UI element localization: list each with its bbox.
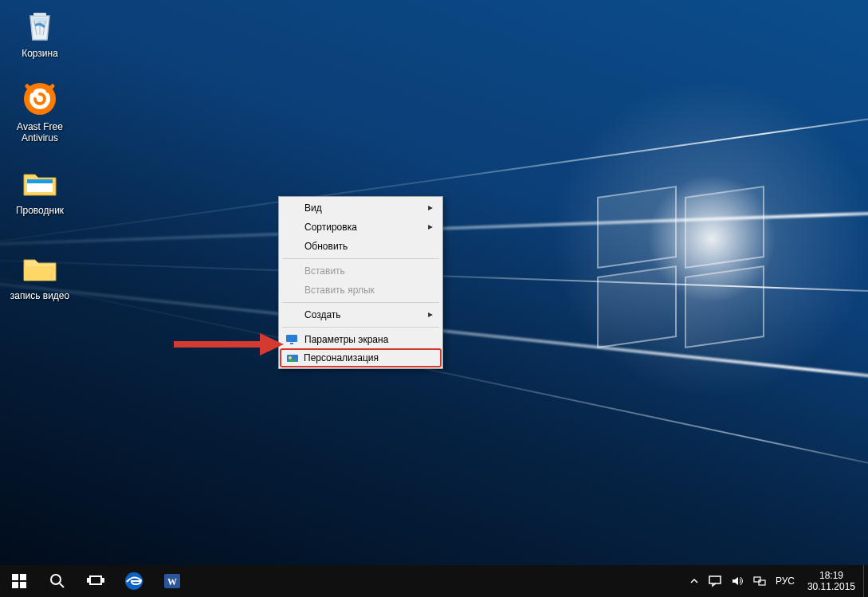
menu-item-sort-label: Сортировка	[304, 222, 357, 233]
record-video-icon[interactable]: запись видео	[4, 249, 76, 301]
taskbar: W РУС 18:19 30.11.2015	[0, 565, 868, 597]
menu-item-personalize-label: Персонализация	[304, 352, 379, 363]
menu-item-paste-shortcut-label: Вставить ярлык	[304, 285, 375, 296]
display-settings-icon	[285, 333, 298, 346]
menu-item-create-label: Создать	[304, 309, 341, 320]
svg-rect-23	[709, 576, 721, 583]
avast-icon[interactable]: Avast Free Antivirus	[4, 80, 76, 143]
search-button[interactable]	[38, 565, 77, 597]
taskbar-app-edge[interactable]	[115, 565, 153, 597]
personalize-icon	[286, 353, 299, 366]
word-icon: W	[163, 571, 182, 591]
submenu-arrow-icon: ▸	[428, 308, 433, 320]
svg-rect-17	[90, 576, 101, 584]
svg-rect-13	[12, 582, 18, 588]
taskbar-app-word[interactable]: W	[153, 565, 191, 597]
menu-item-personalize[interactable]: Персонализация	[280, 348, 442, 367]
recycle-bin-icon[interactable]: Корзина	[4, 6, 76, 59]
svg-line-16	[60, 583, 64, 587]
svg-point-15	[51, 575, 61, 584]
explorer-label: Проводник	[4, 205, 76, 216]
search-icon	[49, 573, 65, 589]
menu-item-refresh-label: Обновить	[304, 241, 348, 252]
svg-rect-11	[12, 574, 18, 580]
menu-item-refresh[interactable]: Обновить	[281, 237, 441, 256]
explorer-icon[interactable]: Проводник	[4, 163, 76, 216]
menu-item-create[interactable]: Создать ▸	[281, 305, 441, 324]
svg-rect-24	[754, 577, 760, 582]
menu-item-paste-shortcut: Вставить ярлык	[281, 281, 441, 300]
edge-icon	[124, 571, 143, 591]
svg-rect-4	[27, 179, 53, 183]
task-view-button[interactable]	[77, 565, 115, 597]
menu-item-display-settings[interactable]: Параметры экрана	[281, 330, 441, 349]
svg-text:W: W	[167, 576, 177, 587]
menu-separator	[282, 327, 439, 328]
svg-rect-5	[286, 335, 297, 342]
tray-clock[interactable]: 18:19 30.11.2015	[799, 565, 863, 597]
tray-show-hidden-icons[interactable]	[685, 565, 704, 597]
volume-icon	[731, 575, 744, 587]
menu-item-display-settings-label: Параметры экрана	[304, 334, 388, 345]
start-button[interactable]	[0, 565, 38, 597]
svg-rect-18	[87, 578, 89, 583]
submenu-arrow-icon: ▸	[428, 202, 433, 213]
chevron-up-icon	[689, 576, 699, 586]
tray-date: 30.11.2015	[807, 581, 855, 592]
avast-label: Avast Free Antivirus	[4, 121, 76, 143]
desktop-context-menu: Вид ▸ Сортировка ▸ Обновить Вставить Вст…	[278, 196, 443, 369]
record-video-label: запись видео	[4, 290, 76, 301]
svg-rect-25	[759, 580, 765, 585]
menu-item-view-label: Вид	[304, 202, 322, 214]
tray-action-center[interactable]	[704, 565, 726, 597]
task-view-icon	[87, 574, 104, 588]
tray-time: 18:19	[819, 570, 843, 581]
windows-logo-icon	[12, 574, 26, 588]
svg-rect-19	[102, 578, 104, 583]
tray-network[interactable]	[748, 565, 771, 597]
svg-rect-14	[20, 582, 26, 588]
recycle-bin-label: Корзина	[4, 48, 76, 59]
menu-item-view[interactable]: Вид ▸	[281, 198, 441, 218]
network-icon	[753, 575, 766, 587]
tray-language-label: РУС	[776, 575, 795, 587]
action-center-icon	[709, 575, 721, 587]
tray-language[interactable]: РУС	[771, 565, 799, 597]
system-tray: РУС 18:19 30.11.2015	[685, 565, 868, 597]
tray-volume[interactable]	[726, 565, 748, 597]
svg-rect-0	[33, 13, 46, 16]
svg-rect-6	[290, 343, 293, 344]
show-desktop-button[interactable]	[863, 565, 868, 597]
submenu-arrow-icon: ▸	[428, 221, 433, 232]
svg-rect-12	[20, 574, 26, 580]
menu-item-sort[interactable]: Сортировка ▸	[281, 218, 441, 237]
menu-separator	[282, 302, 439, 303]
menu-item-paste: Вставить	[281, 261, 441, 281]
menu-item-paste-label: Вставить	[304, 265, 345, 277]
menu-separator	[282, 258, 439, 259]
